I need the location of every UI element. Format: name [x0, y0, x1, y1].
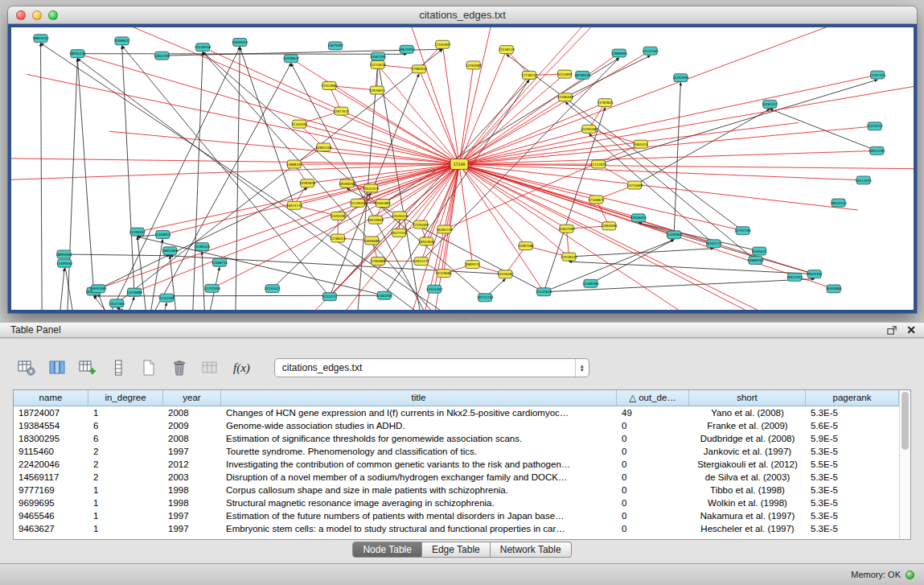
rows-icon[interactable]: [108, 357, 129, 378]
svg-text:21475231: 21475231: [867, 124, 884, 128]
svg-text:16074739: 16074739: [286, 204, 303, 208]
import-table-icon[interactable]: [199, 357, 220, 378]
svg-text:17240: 17240: [453, 162, 465, 167]
svg-text:22308389: 22308389: [582, 282, 599, 286]
column-header-title[interactable]: title: [221, 390, 617, 406]
scrollbar-thumb[interactable]: [901, 392, 909, 450]
panel-splitter-handle[interactable]: [456, 317, 469, 320]
svg-text:17194499: 17194499: [413, 223, 429, 227]
svg-text:21157079: 21157079: [590, 163, 607, 167]
svg-text:16162174: 16162174: [705, 241, 722, 245]
svg-text:17160074: 17160074: [588, 198, 605, 202]
status-bar: Memory: OK: [0, 563, 924, 585]
table-row[interactable]: 1830029562008Estimation of significance …: [14, 432, 899, 445]
memory-status-label: Memory: OK: [851, 570, 901, 579]
table-row[interactable]: 1456911722003Disruption of a novel membe…: [14, 471, 899, 484]
memory-status-icon[interactable]: [906, 571, 914, 579]
column-header-pagerank[interactable]: pagerank: [806, 390, 899, 406]
node-table: namein_degreeyeartitle△ out_de…shortpage…: [13, 389, 911, 540]
float-panel-icon[interactable]: [886, 324, 898, 336]
network-window: citations_edges.txt 10843324180351461938…: [8, 6, 917, 313]
function-builder-icon[interactable]: f(x): [230, 361, 253, 375]
svg-text:17554889: 17554889: [321, 84, 338, 88]
table-row[interactable]: 2242004622012Investigating the contribut…: [14, 458, 899, 471]
show-columns-icon[interactable]: [47, 357, 68, 378]
svg-text:11784855: 11784855: [597, 101, 614, 105]
svg-text:17077671: 17077671: [333, 109, 350, 113]
svg-text:17984942: 17984942: [411, 67, 428, 71]
svg-text:14526420: 14526420: [392, 214, 409, 218]
svg-text:9265625: 9265625: [752, 249, 766, 253]
column-header-year[interactable]: year: [163, 390, 221, 406]
new-file-icon[interactable]: [138, 357, 159, 378]
svg-text:14265427: 14265427: [762, 102, 778, 106]
svg-text:16285710: 16285710: [436, 228, 453, 232]
svg-text:12297433: 12297433: [869, 73, 886, 77]
table-row[interactable]: 977716911998Corpus callosum shape and si…: [14, 484, 899, 496]
svg-text:22930423: 22930423: [630, 216, 647, 220]
table-panel-title: Table Panel: [10, 324, 61, 336]
svg-text:22918433: 22918433: [561, 255, 577, 259]
svg-text:21530129: 21530129: [499, 47, 515, 51]
tab-node-table[interactable]: Node Table: [352, 542, 422, 558]
table-settings-icon[interactable]: [16, 357, 37, 378]
svg-text:15185444: 15185444: [194, 245, 211, 249]
svg-text:13096089: 13096089: [363, 239, 380, 243]
delete-table-icon[interactable]: [169, 357, 190, 378]
column-header-short[interactable]: short: [689, 390, 806, 406]
table-select-value: citations_edges.txt: [275, 362, 575, 373]
svg-text:9712177: 9712177: [322, 295, 337, 299]
table-vertical-scrollbar[interactable]: [899, 390, 910, 539]
svg-text:11102007: 11102007: [434, 43, 451, 47]
table-select-combo[interactable]: citations_edges.txt ▲▼: [274, 358, 589, 377]
svg-text:14476888: 14476888: [126, 290, 143, 295]
svg-text:19519059: 19519059: [368, 218, 384, 222]
svg-text:23153107: 23153107: [426, 287, 443, 291]
svg-text:18922036: 18922036: [418, 240, 435, 244]
create-column-icon[interactable]: [77, 357, 98, 378]
svg-text:12822701: 12822701: [154, 54, 170, 58]
table-header-row: namein_degreeyeartitle△ out_de…shortpage…: [14, 390, 899, 406]
svg-text:13704989: 13704989: [466, 64, 483, 68]
table-row[interactable]: 911546021997Tourette syndrome. Phenomeno…: [14, 445, 899, 458]
svg-text:18895904: 18895904: [55, 253, 72, 257]
svg-text:17463800: 17463800: [370, 259, 387, 263]
svg-text:9225899: 9225899: [557, 72, 572, 76]
svg-text:12976811: 12976811: [369, 89, 386, 93]
table-row[interactable]: 969969511998Structural magnetic resonanc…: [14, 496, 899, 509]
table-row[interactable]: 946362711997Embryonic stem cells: a mode…: [14, 522, 899, 535]
svg-text:14679207: 14679207: [327, 43, 344, 47]
svg-text:19142370: 19142370: [363, 187, 380, 191]
svg-text:10675954: 10675954: [399, 47, 416, 51]
svg-text:17738737: 17738737: [521, 73, 538, 77]
svg-text:21741950: 21741950: [204, 286, 221, 290]
close-panel-icon[interactable]: ✕: [906, 324, 916, 336]
svg-text:22797705: 22797705: [735, 229, 752, 233]
network-canvas[interactable]: 1084332418035146193866271282270122228158…: [11, 27, 914, 310]
tab-network-table[interactable]: Network Table: [491, 542, 572, 558]
svg-text:12788224: 12788224: [330, 237, 347, 241]
svg-text:11860406: 11860406: [601, 224, 618, 228]
svg-text:13392282: 13392282: [330, 214, 347, 218]
svg-text:13393995: 13393995: [672, 76, 689, 80]
svg-text:21122345: 21122345: [643, 49, 659, 53]
column-header-name[interactable]: name: [14, 390, 88, 406]
tab-edge-table[interactable]: Edge Table: [422, 542, 491, 558]
window-titlebar[interactable]: citations_edges.txt: [8, 6, 917, 24]
svg-text:21295269: 21295269: [581, 127, 598, 131]
combo-stepper-icon: ▲▼: [575, 359, 589, 377]
column-header-in_degree[interactable]: in_degree: [88, 390, 163, 406]
svg-text:14527402: 14527402: [109, 302, 125, 306]
svg-text:22506268: 22506268: [557, 95, 574, 99]
svg-text:18711240: 18711240: [477, 295, 494, 299]
svg-text:22361849: 22361849: [376, 294, 393, 298]
svg-text:14567293: 14567293: [370, 55, 387, 59]
table-row[interactable]: 946554611997Estimation of the future num…: [14, 509, 899, 522]
citation-graph[interactable]: 1084332418035146193866271282270122228158…: [11, 27, 914, 310]
table-row[interactable]: 1938455462009Genome-wide association stu…: [14, 419, 899, 432]
svg-text:11449964: 11449964: [666, 233, 683, 237]
svg-text:23668765: 23668765: [747, 258, 764, 262]
svg-text:19899721: 19899721: [464, 262, 481, 266]
column-header-out_degree[interactable]: △ out_de…: [617, 390, 689, 406]
table-row[interactable]: 1872400712008Changes of HCN gene express…: [14, 406, 899, 419]
